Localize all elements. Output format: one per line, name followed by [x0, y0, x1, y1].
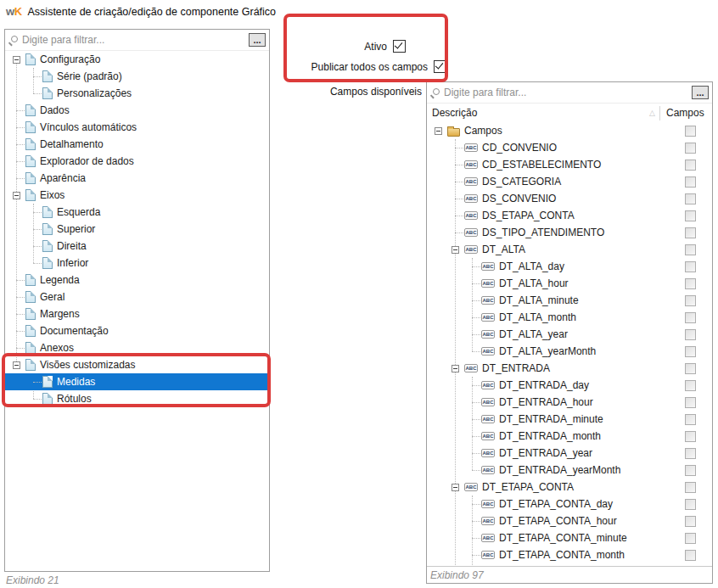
nav-tree-item[interactable]: Aparência [5, 170, 269, 187]
nav-tree-item[interactable]: Legenda [5, 272, 269, 288]
tree-item-label: DT_ENTRADA_hour [499, 396, 593, 408]
tree-item-label: DT_ALTA_hour [499, 277, 569, 289]
field-checkbox[interactable] [685, 143, 696, 154]
field-tree-item[interactable]: ABCDT_ETAPA_CONTA_month [427, 546, 712, 563]
collapse-minus-icon[interactable] [435, 127, 442, 135]
field-tree-item[interactable]: ABCDS_CATEGORIA [427, 173, 712, 190]
field-checkbox[interactable] [685, 380, 696, 391]
field-tree-item[interactable]: ABCDT_ENTRADA_year [427, 445, 712, 462]
field-checkbox[interactable] [685, 414, 696, 425]
abc-text-field-icon: ABC [464, 483, 478, 491]
field-tree-item[interactable]: ABCDT_ENTRADA_minute [427, 411, 712, 428]
field-tree-item[interactable]: ABCDT_ETAPA_CONTA_hour [427, 512, 712, 529]
tree-item-label: DT_ALTA_day [499, 260, 564, 272]
field-tree-item[interactable]: ABCCD_CONVENIO [427, 139, 712, 156]
field-tree-item[interactable]: ABCCD_ESTABELECIMENTO [427, 156, 712, 173]
field-checkbox[interactable] [685, 160, 696, 171]
field-checkbox[interactable] [685, 278, 696, 289]
field-checkbox[interactable] [685, 363, 696, 374]
nav-tree-item[interactable]: Documentação [5, 322, 269, 339]
field-checkbox[interactable] [685, 312, 696, 323]
nav-tree-item[interactable]: Esquerda [5, 204, 269, 221]
tree-item-label: DT_ENTRADA_year [499, 447, 592, 459]
field-checkbox[interactable] [685, 261, 696, 272]
tree-item-label: DT_ENTRADA [482, 362, 550, 374]
left-filter-options-button[interactable]: ... [249, 33, 266, 47]
left-filter-input[interactable] [22, 34, 246, 46]
field-tree-item[interactable]: ABCDS_CONVENIO [427, 190, 712, 207]
field-tree-item[interactable]: ABCDT_ALTA [427, 241, 712, 258]
tree-item-label: Configuração [40, 53, 100, 65]
nav-tree-item[interactable]: Direita [5, 238, 269, 255]
collapse-minus-icon[interactable] [13, 192, 20, 199]
collapse-minus-icon[interactable] [13, 56, 20, 64]
field-tree-item[interactable]: ABCDT_ETAPA_CONTA_year [427, 563, 712, 566]
nav-tree-item[interactable]: Configuração [5, 51, 269, 68]
publish-all-fields-checkbox[interactable] [434, 60, 446, 73]
nav-tree-item[interactable]: Explorador de dados [5, 153, 269, 170]
nav-tree-item[interactable]: Superior [5, 221, 269, 238]
field-checkbox[interactable] [685, 465, 696, 476]
nav-tree-item[interactable]: Vínculos automáticos [5, 119, 269, 136]
nav-tree-item[interactable]: Anexos [5, 339, 269, 356]
column-header-descricao[interactable]: Descrição [432, 107, 649, 119]
field-tree-item[interactable]: ABCDT_ENTRADA [427, 360, 712, 377]
field-tree-item[interactable]: ABCDT_ENTRADA_yearMonth [427, 462, 712, 479]
right-filter-options-button[interactable]: ... [692, 86, 709, 99]
field-checkbox[interactable] [685, 126, 696, 137]
field-tree-item[interactable]: ABCDT_ALTA_yearMonth [427, 343, 712, 360]
field-tree-item[interactable]: ABCDT_ENTRADA_month [427, 428, 712, 445]
right-filter-input[interactable] [444, 87, 689, 98]
field-tree-item[interactable]: ABCDT_ENTRADA_day [427, 377, 712, 394]
document-icon [42, 206, 53, 218]
field-checkbox[interactable] [685, 448, 696, 459]
field-checkbox[interactable] [685, 244, 696, 255]
field-tree-item[interactable]: ABCDT_ETAPA_CONTA_minute [427, 529, 712, 546]
nav-tree-item[interactable]: Rótulos [5, 390, 269, 407]
field-tree-item[interactable]: ABCDS_TIPO_ATENDIMENTO [427, 224, 712, 241]
field-tree-item[interactable]: ABCDT_ALTA_hour [427, 275, 712, 292]
field-tree-item[interactable]: ABCDT_ALTA_year [427, 326, 712, 343]
field-checkbox[interactable] [685, 329, 696, 340]
nav-tree-item[interactable]: Eixos [5, 187, 269, 204]
active-checkbox[interactable] [393, 40, 406, 53]
nav-tree-item[interactable]: Personalizações [5, 85, 269, 102]
field-checkbox[interactable] [685, 346, 696, 357]
field-tree-item[interactable]: ABCDS_ETAPA_CONTA [427, 207, 712, 224]
nav-tree-item[interactable]: Geral [5, 288, 269, 305]
collapse-minus-icon[interactable] [13, 361, 20, 369]
field-checkbox[interactable] [685, 397, 696, 408]
field-tree-item[interactable]: ABCDT_ALTA_day [427, 258, 712, 275]
field-checkbox[interactable] [685, 295, 696, 306]
nav-tree-item[interactable]: Margens [5, 305, 269, 322]
field-checkbox[interactable] [685, 227, 696, 238]
collapse-minus-icon[interactable] [452, 484, 459, 491]
field-checkbox[interactable] [685, 210, 696, 221]
field-checkbox[interactable] [685, 482, 696, 493]
field-tree-item[interactable]: ABCDT_ENTRADA_hour [427, 394, 712, 411]
field-checkbox[interactable] [685, 499, 696, 510]
field-checkbox[interactable] [685, 193, 696, 204]
nav-tree-item[interactable]: Medidas [5, 373, 269, 390]
left-filter-row: ... [5, 30, 269, 51]
collapse-minus-icon[interactable] [452, 246, 459, 254]
nav-tree-item[interactable]: Visões customizadas [5, 356, 269, 373]
field-checkbox[interactable] [685, 516, 696, 527]
field-checkbox[interactable] [685, 176, 696, 188]
field-tree-item[interactable]: Campos [427, 122, 712, 139]
nav-tree-item[interactable]: Detalhamento [5, 136, 269, 153]
field-checkbox[interactable] [685, 431, 696, 442]
nav-tree-item[interactable]: Inferior [5, 255, 269, 272]
field-tree-item[interactable]: ABCDT_ETAPA_CONTA [427, 479, 712, 496]
nav-tree-item[interactable]: Dados [5, 102, 269, 119]
tree-item-label: DS_TIPO_ATENDIMENTO [482, 227, 604, 238]
collapse-minus-icon[interactable] [452, 365, 459, 372]
field-tree-item[interactable]: ABCDT_ETAPA_CONTA_day [427, 496, 712, 512]
field-tree-item[interactable]: ABCDT_ALTA_minute [427, 292, 712, 309]
tree-item-label: DT_ENTRADA_yearMonth [499, 464, 620, 476]
field-checkbox[interactable] [685, 550, 696, 561]
tree-item-label: DT_ETAPA_CONTA_day [499, 498, 613, 510]
nav-tree-item[interactable]: Série (padrão) [5, 68, 269, 85]
field-checkbox[interactable] [685, 533, 696, 544]
field-tree-item[interactable]: ABCDT_ALTA_month [427, 309, 712, 326]
